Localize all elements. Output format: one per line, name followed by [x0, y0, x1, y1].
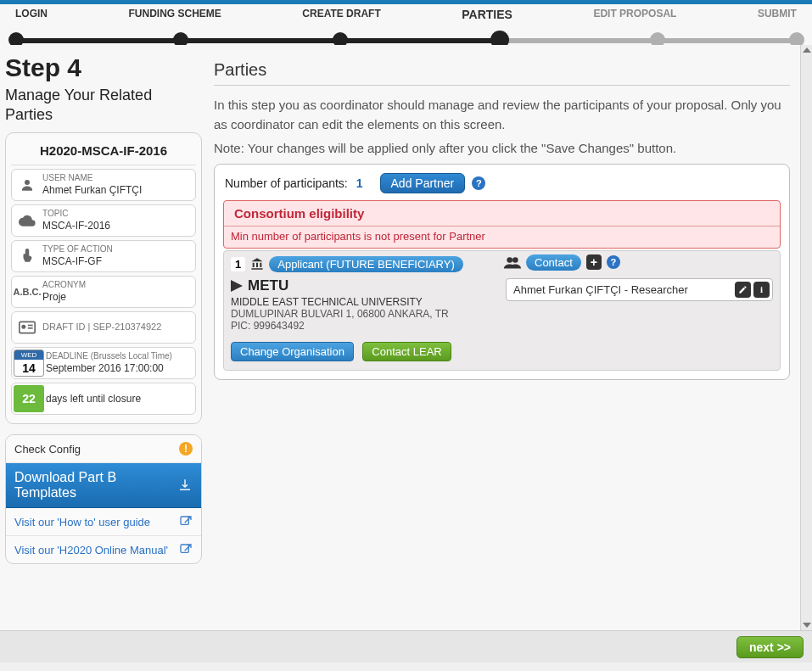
next-button[interactable]: next >>	[736, 636, 804, 658]
step-edit: EDIT PROPOSAL	[593, 8, 676, 21]
call-code: H2020-MSCA-IF-2016	[11, 138, 196, 165]
topic-label: TOPIC	[42, 209, 190, 220]
change-organisation-button[interactable]: Change Organisation	[231, 342, 354, 361]
intro-para-1: In this step you as coordinator should m…	[214, 96, 790, 134]
eligibility-alert: Consortium eligibility Min number of par…	[223, 200, 781, 249]
step-submit: SUBMIT	[758, 8, 797, 21]
row-action: TYPE OF ACTIONMSCA-IF-GF	[11, 240, 196, 272]
info-contact-button[interactable]: i	[753, 282, 770, 298]
deadline-value: September 2016 17:00:00	[46, 362, 190, 375]
username-value: Ahmet Furkan ÇIFTÇI	[42, 184, 190, 197]
intro-para-2: Note: Your changes will be applied only …	[214, 139, 790, 159]
external-link-icon	[179, 515, 193, 528]
row-daysleft: 22 days left until closure	[11, 383, 196, 415]
row-acronym: A.B.C. ACRONYMProje	[11, 276, 196, 308]
org-address: DUMLUPINAR BULVARI 1, 06800 ANKARA, TR	[231, 308, 773, 320]
org-short-name: METU	[248, 277, 288, 294]
step-parties[interactable]: PARTIES	[462, 8, 512, 21]
role-label: Applicant (FUTURE BENEFICIARY)	[277, 258, 455, 271]
add-partner-button[interactable]: Add Partner	[380, 173, 466, 193]
svg-point-2	[22, 326, 25, 328]
step-funding[interactable]: FUNDING SCHEME	[129, 8, 221, 21]
contact-lear-button[interactable]: Contact LEAR	[362, 342, 451, 361]
svg-point-0	[25, 180, 30, 185]
party-card: 1 Applicant (FUTURE BENEFICIARY) Contact…	[223, 250, 781, 371]
alert-title: Consortium eligibility	[224, 201, 780, 226]
acronym-value: Proje	[42, 291, 190, 304]
contact-person: Ahmet Furkan ÇIFTÇI - Researcher	[513, 283, 688, 296]
action-label: TYPE OF ACTION	[42, 244, 190, 255]
manual-link[interactable]: Visit our 'H2020 Online Manual'	[6, 535, 201, 563]
svg-marker-9	[231, 280, 243, 292]
role-badge: Applicant (FUTURE BENEFICIARY)	[269, 256, 463, 272]
username-label: USER NAME	[42, 173, 190, 184]
scrollbar[interactable]	[800, 45, 812, 630]
page-title: Parties	[214, 60, 790, 86]
calendar-daynum: 14	[14, 360, 43, 377]
participants-label: Number of participants:	[225, 176, 348, 190]
draft-value: SEP-210374922	[93, 322, 162, 332]
contact-person-row: Ahmet Furkan ÇIFTÇI - Researcher i	[506, 278, 773, 301]
add-contact-button[interactable]: +	[586, 254, 602, 270]
progress-stepper: LOGIN FUNDING SCHEME CREATE DRAFT PARTIE…	[0, 4, 812, 45]
acronym-label: ACRONYM	[42, 280, 190, 291]
download-icon	[177, 478, 193, 493]
howto-link[interactable]: Visit our 'How to' user guide	[6, 508, 201, 535]
cloud-icon	[12, 215, 42, 226]
institution-icon	[250, 257, 264, 271]
alert-message: Min number of participants is not presen…	[224, 226, 780, 248]
check-config-link[interactable]: Check Config !	[6, 435, 201, 463]
footer-bar: next >>	[0, 630, 812, 663]
svg-point-7	[507, 257, 512, 263]
contact-label: Contact	[535, 256, 573, 269]
step-subtitle: Manage Your Related Parties	[5, 86, 202, 124]
step-login[interactable]: LOGIN	[15, 8, 48, 21]
participants-count: 1	[356, 176, 363, 190]
help-icon[interactable]: ?	[472, 176, 485, 190]
abc-icon: A.B.C.	[12, 287, 42, 297]
deadline-label: DEADLINE (Brussels Local Time)	[46, 351, 190, 362]
step-draft[interactable]: CREATE DRAFT	[302, 8, 380, 21]
howto-label: Visit our 'How to' user guide	[14, 516, 150, 528]
step-title: Step 4	[5, 53, 202, 82]
proposal-info-card: H2020-MSCA-IF-2016 USER NAMEAhmet Furkan…	[5, 132, 202, 424]
topic-value: MSCA-IF-2016	[42, 220, 190, 232]
check-config-label: Check Config	[14, 443, 81, 456]
calendar-dayname: WED	[14, 350, 43, 360]
download-templates-label: Download Part B Templates	[14, 470, 177, 500]
row-deadline: WED 14 DEADLINE (Brussels Local Time)Sep…	[11, 347, 196, 379]
manual-label: Visit our 'H2020 Online Manual'	[14, 544, 168, 556]
user-icon	[12, 177, 42, 193]
days-left-text: days left until closure	[46, 393, 190, 405]
svg-point-8	[512, 257, 518, 263]
warning-icon: !	[179, 442, 193, 456]
expand-icon[interactable]	[231, 280, 243, 292]
row-topic: TOPICMSCA-IF-2016	[11, 204, 196, 237]
row-draft: DRAFT ID | SEP-210374922	[11, 311, 196, 344]
id-card-icon	[12, 321, 42, 334]
row-username: USER NAMEAhmet Furkan ÇIFTÇI	[11, 169, 196, 201]
touch-icon	[12, 248, 42, 265]
action-value: MSCA-IF-GF	[42, 255, 190, 268]
links-card: Check Config ! Download Part B Templates…	[5, 434, 202, 564]
calendar-icon: WED 14	[14, 349, 44, 377]
participants-panel: Number of participants: 1 Add Partner ? …	[214, 164, 790, 380]
external-link-icon	[179, 543, 193, 556]
contact-button[interactable]: Contact	[526, 254, 581, 271]
draft-label: DRAFT ID	[42, 322, 86, 332]
days-left-badge: 22	[14, 385, 44, 412]
edit-contact-button[interactable]	[735, 282, 751, 298]
org-pic: PIC: 999643492	[231, 320, 773, 332]
scroll-up-icon[interactable]	[803, 48, 811, 53]
help-icon[interactable]: ?	[607, 255, 620, 269]
contact-icon	[504, 255, 521, 269]
scroll-down-icon[interactable]	[803, 623, 811, 628]
party-index: 1	[231, 257, 245, 271]
download-templates-link[interactable]: Download Part B Templates	[6, 463, 201, 508]
